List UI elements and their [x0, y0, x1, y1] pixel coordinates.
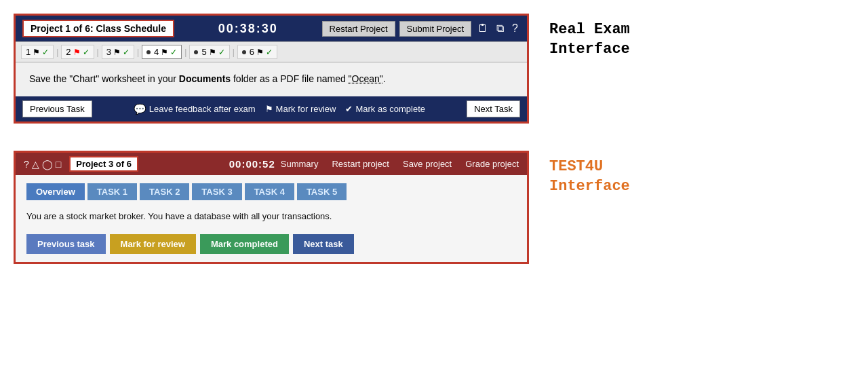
separator-2: |: [97, 48, 99, 57]
t4u-triangle-icon[interactable]: △: [32, 159, 39, 170]
t4u-header: ? △ ◯ □ Project 3 of 6 00:00:52 Summary …: [16, 153, 527, 175]
task-documents-ref: Documents: [179, 73, 231, 84]
task-tab-4[interactable]: 4 ⚑ ✓: [142, 45, 182, 59]
task-tab-6[interactable]: 6 ⚑ ✓: [237, 45, 277, 59]
tab6-dot: [242, 50, 246, 54]
tab6-flag-icon: ⚑: [256, 48, 264, 57]
t4u-help-icon[interactable]: ?: [24, 159, 29, 170]
window-icon-button[interactable]: ⧉: [494, 22, 506, 35]
mark-complete-action[interactable]: ✔ Mark as complete: [345, 104, 425, 114]
t4u-summary-link[interactable]: Summary: [281, 159, 319, 169]
test4u-panel: ? △ ◯ □ Project 3 of 6 00:00:52 Summary …: [14, 151, 529, 264]
notes-icon-button[interactable]: 🗒: [475, 22, 490, 35]
tab6-num: 6: [250, 47, 254, 57]
flag-review-icon: ⚑: [265, 104, 273, 114]
real-exam-label-line2: Interface: [549, 40, 630, 60]
separator-1: |: [56, 48, 58, 57]
t4u-tab-task2[interactable]: TASK 2: [140, 183, 189, 200]
t4u-prev-task-button[interactable]: Previous task: [26, 234, 106, 254]
task-tabs-bar: 1 ⚑ ✓ | 2 ⚑ ✓ | 3 ⚑ ✓ | 4 ⚑ ✓: [16, 41, 527, 62]
t4u-tab-overview[interactable]: Overview: [26, 183, 85, 200]
t4u-save-link[interactable]: Save project: [403, 159, 452, 169]
tab3-check-icon: ✓: [123, 48, 130, 57]
t4u-body: Overview TASK 1 TASK 2 TASK 3 TASK 4 TAS…: [16, 175, 527, 262]
task-text-1: Save the: [29, 73, 69, 84]
footer-right: Next Task: [467, 100, 520, 117]
tab4-flag-icon: ⚑: [161, 48, 168, 57]
t4u-tab-task4[interactable]: TASK 4: [245, 183, 294, 200]
tab4-check-icon: ✓: [170, 48, 177, 57]
mark-complete-label: Mark as complete: [355, 104, 425, 114]
mark-review-label: Mark for review: [276, 104, 336, 114]
exam-title: Project 1 of 6: Class Schedule: [22, 20, 174, 37]
feedback-icon: 💬: [134, 103, 146, 115]
task-chart-ref: "Chart": [69, 73, 99, 84]
tab4-dot: [146, 50, 151, 54]
tab4-num: 4: [154, 47, 159, 57]
tab1-num: 1: [26, 47, 31, 57]
t4u-timer: 00:00:52: [229, 158, 275, 170]
task-content-area: Save the "Chart" worksheet in your Docum…: [16, 62, 527, 96]
t4u-tab-task5[interactable]: TASK 5: [297, 183, 347, 200]
real-exam-label-line1: Real Exam: [549, 20, 630, 40]
check-complete-icon: ✔: [345, 104, 353, 114]
tab5-check-icon: ✓: [218, 48, 225, 57]
exam-footer: Previous Task 💬 Leave feedback after exa…: [16, 96, 527, 121]
t4u-nav-links: Summary Restart project Save project Gra…: [281, 159, 519, 169]
test4u-label: TEST4U Interface: [549, 151, 630, 196]
task-text-2: worksheet in your: [99, 73, 179, 84]
test4u-label-line2: Interface: [549, 177, 630, 197]
t4u-footer-buttons: Previous task Mark for review Mark compl…: [26, 234, 516, 254]
t4u-project-label: Project 3 of 6: [69, 156, 138, 172]
t4u-icon-group: ? △ ◯ □: [24, 159, 61, 170]
t4u-next-task-button[interactable]: Next task: [293, 234, 354, 254]
top-section: Project 1 of 6: Class Schedule 00:38:30 …: [0, 0, 868, 130]
help-icon-button[interactable]: ?: [510, 22, 520, 35]
tab5-flag-icon: ⚑: [209, 48, 216, 57]
task-text-3: folder as a PDF file named: [231, 73, 349, 84]
leave-feedback-action[interactable]: 💬 Leave feedback after exam: [134, 103, 256, 115]
tab5-num: 5: [201, 47, 206, 57]
task-tab-1[interactable]: 1 ⚑ ✓: [21, 45, 54, 59]
separator-4: |: [184, 48, 186, 57]
tab5-dot: [194, 50, 198, 54]
real-exam-label: Real Exam Interface: [549, 14, 630, 59]
tab2-flag-icon: ⚑: [73, 48, 81, 57]
mark-review-action[interactable]: ⚑ Mark for review: [265, 104, 336, 114]
t4u-mark-review-button[interactable]: Mark for review: [110, 234, 196, 254]
exam-header: Project 1 of 6: Class Schedule 00:38:30 …: [16, 16, 527, 41]
t4u-grade-link[interactable]: Grade project: [465, 159, 519, 169]
previous-task-button[interactable]: Previous Task: [22, 100, 92, 117]
bottom-section: ? △ ◯ □ Project 3 of 6 00:00:52 Summary …: [0, 137, 868, 271]
task-ocean-ref: "Ocean": [349, 73, 383, 84]
tab3-flag-icon: ⚑: [113, 48, 121, 57]
t4u-restart-link[interactable]: Restart project: [332, 159, 389, 169]
t4u-mark-completed-button[interactable]: Mark completed: [200, 234, 289, 254]
restart-project-button[interactable]: Restart Project: [322, 21, 395, 37]
tab2-check-icon: ✓: [83, 48, 90, 57]
footer-center: 💬 Leave feedback after exam ⚑ Mark for r…: [134, 103, 425, 115]
exam-header-buttons: Restart Project Submit Project 🗒 ⧉ ?: [322, 21, 520, 37]
test4u-label-line1: TEST4U: [549, 157, 630, 177]
separator-3: |: [137, 48, 139, 57]
t4u-task-text: You are a stock market broker. You have …: [26, 210, 516, 223]
exam-panel: Project 1 of 6: Class Schedule 00:38:30 …: [14, 14, 529, 124]
t4u-tabs: Overview TASK 1 TASK 2 TASK 3 TASK 4 TAS…: [26, 183, 516, 200]
task-tab-3[interactable]: 3 ⚑ ✓: [102, 45, 134, 59]
t4u-tab-task1[interactable]: TASK 1: [87, 183, 137, 200]
exam-timer: 00:38:30: [218, 22, 278, 36]
t4u-square-icon[interactable]: □: [56, 159, 61, 170]
t4u-circle-icon[interactable]: ◯: [42, 159, 53, 170]
next-task-button[interactable]: Next Task: [467, 100, 520, 117]
task-tab-5[interactable]: 5 ⚑ ✓: [189, 45, 229, 59]
tab1-check-icon: ✓: [42, 48, 49, 57]
separator-5: |: [233, 48, 235, 57]
tab3-num: 3: [106, 47, 111, 57]
task-text-4: .: [383, 73, 386, 84]
feedback-label: Leave feedback after exam: [149, 104, 256, 114]
footer-left: Previous Task: [22, 100, 92, 117]
task-tab-2[interactable]: 2 ⚑ ✓: [61, 45, 94, 59]
submit-project-button[interactable]: Submit Project: [399, 21, 472, 37]
t4u-tab-task3[interactable]: TASK 3: [192, 183, 241, 200]
tab6-check-icon: ✓: [266, 48, 273, 57]
